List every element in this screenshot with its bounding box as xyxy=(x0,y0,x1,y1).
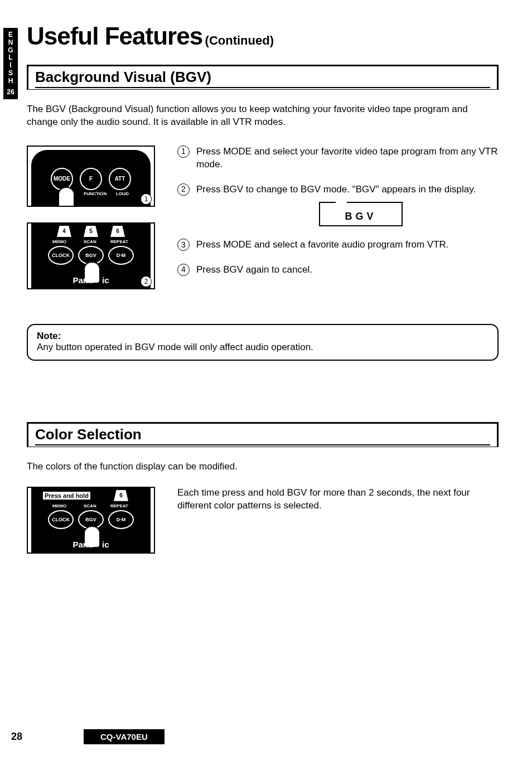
f-button-icon: F xyxy=(80,168,102,190)
note-box: Note: Any button operated in BGV mode wi… xyxy=(27,324,499,361)
step-2: 2Press BGV to change to BGV mode. "BGV" … xyxy=(177,183,499,226)
figure-color-selection: Press and hold 6 MEMO SCAN REPEAT CLOCK … xyxy=(27,487,155,554)
section-heading-bgv: Background Visual (BGV) xyxy=(27,65,499,90)
bgv-intro: The BGV (Background Visual) function all… xyxy=(27,103,499,129)
clock-button-icon: CLOCK xyxy=(48,246,74,265)
bgv-steps: 1Press MODE and select your favorite vid… xyxy=(177,146,499,277)
note-label: Note: xyxy=(37,331,61,341)
model-badge: CQ-VA70EU xyxy=(84,729,165,744)
figure-marker-1: 1 xyxy=(141,193,152,205)
step-3: 3Press MODE and select a favorite audio … xyxy=(177,239,499,251)
color-body: Each time press and hold BGV for more th… xyxy=(177,487,499,512)
section-heading-color: Color Selection xyxy=(27,422,499,447)
figure-marker-2: 2 xyxy=(141,276,152,287)
page-title: Useful Features xyxy=(27,22,202,50)
dm-button-icon: D·M xyxy=(108,246,134,265)
finger-icon xyxy=(58,187,75,207)
language-tab: E N G L I S H 26 xyxy=(3,28,18,99)
note-text: Any button operated in BGV mode will onl… xyxy=(37,342,313,352)
dm-button-icon: D·M xyxy=(108,510,134,529)
bgv-display-indicator: BGV xyxy=(319,202,403,226)
color-intro: The colors of the function display can b… xyxy=(27,461,499,473)
tab-page-number: 26 xyxy=(3,89,18,96)
mode-button-icon: MODE xyxy=(51,168,73,190)
step-4: 4Press BGV again to cancel. xyxy=(177,264,499,277)
press-and-hold-label: Press and hold xyxy=(42,491,91,500)
att-button-icon: ATT xyxy=(109,168,131,190)
clock-button-icon: CLOCK xyxy=(48,510,74,529)
figure-mode-button: MODE F ATT FUNCTION LOUD 1 xyxy=(27,146,155,207)
title-suffix: (Continued) xyxy=(205,33,274,47)
page-number: 28 xyxy=(11,731,22,743)
figure-bgv-button: 4 5 6 MEMO SCAN REPEAT CLOCK BGV D·M Pan… xyxy=(27,222,155,289)
step-1: 1Press MODE and select your favorite vid… xyxy=(177,146,499,171)
